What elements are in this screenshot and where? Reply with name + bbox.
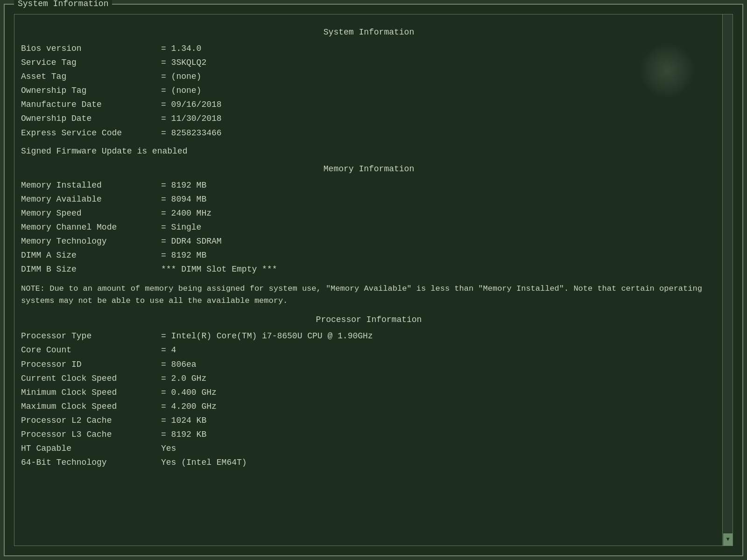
- table-row: 64-Bit TechnologyYes (Intel EM64T): [19, 455, 719, 469]
- table-row: HT CapableYes: [19, 441, 719, 455]
- field-value: = 8094 MB: [159, 192, 719, 206]
- table-row: Memory Technology= DDR4 SDRAM: [19, 234, 719, 248]
- scrollbar[interactable]: ▼: [722, 14, 733, 546]
- field-value: = 8192 MB: [159, 248, 719, 262]
- field-label: DIMM A Size: [19, 248, 159, 262]
- memory-info-table: Memory Installed= 8192 MBMemory Availabl…: [19, 178, 719, 277]
- table-row: DIMM A Size= 8192 MB: [19, 248, 719, 262]
- field-value: = 2400 MHz: [159, 206, 719, 220]
- table-row: Asset Tag= (none): [19, 70, 719, 84]
- field-label: 64-Bit Technology: [19, 455, 159, 469]
- field-label: Manufacture Date: [19, 98, 159, 112]
- field-value: = Single: [159, 220, 719, 234]
- field-label: Asset Tag: [19, 70, 159, 84]
- field-value: = 11/30/2018: [159, 112, 719, 126]
- field-value: = (none): [159, 70, 719, 84]
- field-value: = 1.34.0: [159, 42, 719, 56]
- table-row: Processor ID= 806ea: [19, 357, 719, 371]
- field-label: Processor L3 Cache: [19, 427, 159, 441]
- field-value: = 4.200 GHz: [159, 399, 719, 413]
- field-label: Memory Speed: [19, 206, 159, 220]
- field-value: = Intel(R) Core(TM) i7-8650U CPU @ 1.90G…: [159, 329, 719, 343]
- field-label: Memory Channel Mode: [19, 220, 159, 234]
- field-label: Service Tag: [19, 56, 159, 70]
- field-label: DIMM B Size: [19, 262, 159, 276]
- field-label: Processor Type: [19, 329, 159, 343]
- table-row: Current Clock Speed= 2.0 GHz: [19, 371, 719, 385]
- field-value: = 806ea: [159, 357, 719, 371]
- processor-info-table: Processor Type= Intel(R) Core(TM) i7-865…: [19, 329, 719, 469]
- memory-note: NOTE: Due to an amount of memory being a…: [21, 283, 717, 307]
- field-value: Yes (Intel EM64T): [159, 455, 719, 469]
- field-value: = 8192 KB: [159, 427, 719, 441]
- table-row: Processor Type= Intel(R) Core(TM) i7-865…: [19, 329, 719, 343]
- table-row: Service Tag= 3SKQLQ2: [19, 56, 719, 70]
- field-label: Ownership Tag: [19, 84, 159, 98]
- field-value: = 8258233466: [159, 126, 719, 140]
- field-label: Minimum Clock Speed: [19, 385, 159, 399]
- field-label: Bios version: [19, 42, 159, 56]
- table-row: Processor L2 Cache= 1024 KB: [19, 413, 719, 427]
- signed-firmware-text: Signed Firmware Update is enabled: [21, 147, 717, 156]
- table-row: Ownership Tag= (none): [19, 84, 719, 98]
- table-row: Memory Speed= 2400 MHz: [19, 206, 719, 220]
- system-info-table: Bios version= 1.34.0Service Tag= 3SKQLQ2…: [19, 42, 719, 140]
- field-value: = 09/16/2018: [159, 98, 719, 112]
- table-row: Processor L3 Cache= 8192 KB: [19, 427, 719, 441]
- table-row: Express Service Code= 8258233466: [19, 126, 719, 140]
- content-area: System Information Bios version= 1.34.0S…: [19, 19, 719, 541]
- window-title: System Information: [14, 0, 112, 8]
- field-value: = 2.0 GHz: [159, 371, 719, 385]
- table-row: Memory Installed= 8192 MB: [19, 178, 719, 192]
- field-value: = 4: [159, 343, 719, 357]
- field-label: Processor L2 Cache: [19, 413, 159, 427]
- field-label: Memory Available: [19, 192, 159, 206]
- field-label: Maximum Clock Speed: [19, 399, 159, 413]
- field-label: Core Count: [19, 343, 159, 357]
- system-info-title: System Information: [19, 28, 719, 37]
- field-value: = 3SKQLQ2: [159, 56, 719, 70]
- field-label: Current Clock Speed: [19, 371, 159, 385]
- field-value: = 0.400 GHz: [159, 385, 719, 399]
- table-row: Manufacture Date= 09/16/2018: [19, 98, 719, 112]
- table-row: Bios version= 1.34.0: [19, 42, 719, 56]
- field-value: = 1024 KB: [159, 413, 719, 427]
- field-label: Express Service Code: [19, 126, 159, 140]
- table-row: Memory Channel Mode= Single: [19, 220, 719, 234]
- table-row: Maximum Clock Speed= 4.200 GHz: [19, 399, 719, 413]
- field-value: *** DIMM Slot Empty ***: [159, 262, 719, 276]
- field-value: = (none): [159, 84, 719, 98]
- table-row: Memory Available= 8094 MB: [19, 192, 719, 206]
- field-value: Yes: [159, 441, 719, 455]
- processor-info-title: Processor Information: [19, 315, 719, 324]
- field-label: Ownership Date: [19, 112, 159, 126]
- outer-border: System Information System Information Bi…: [4, 4, 743, 556]
- field-label: HT Capable: [19, 441, 159, 455]
- memory-info-title: Memory Information: [19, 164, 719, 174]
- field-label: Memory Technology: [19, 234, 159, 248]
- inner-border: System Information Bios version= 1.34.0S…: [14, 14, 733, 546]
- table-row: DIMM B Size*** DIMM Slot Empty ***: [19, 262, 719, 276]
- table-row: Ownership Date= 11/30/2018: [19, 112, 719, 126]
- scrollbar-down-arrow[interactable]: ▼: [723, 533, 733, 546]
- field-label: Memory Installed: [19, 178, 159, 192]
- field-label: Processor ID: [19, 357, 159, 371]
- table-row: Core Count= 4: [19, 343, 719, 357]
- table-row: Minimum Clock Speed= 0.400 GHz: [19, 385, 719, 399]
- field-value: = DDR4 SDRAM: [159, 234, 719, 248]
- field-value: = 8192 MB: [159, 178, 719, 192]
